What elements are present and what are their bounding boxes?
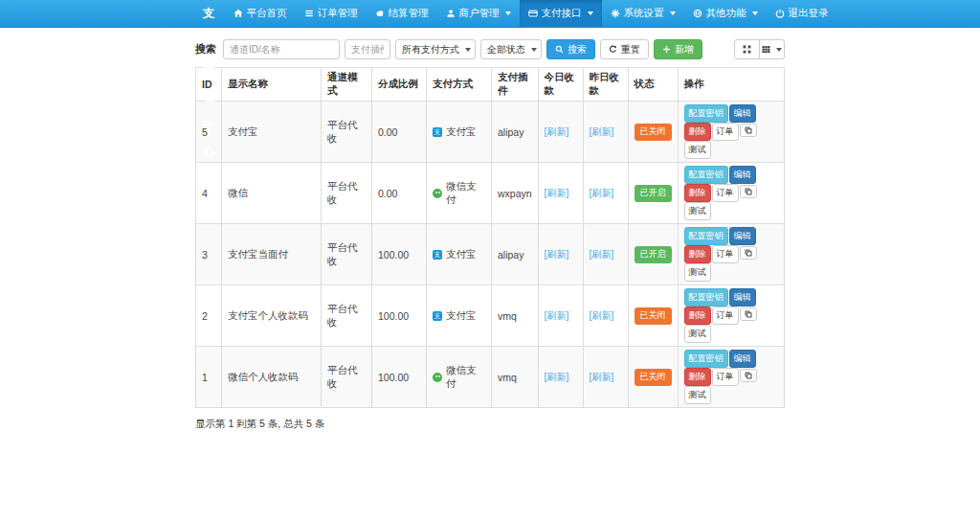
copy-icon [745,126,752,134]
table-row: 4 微信 平台代收 0.00 微信支付 wxpayn [刷新] [刷新] 已开启… [196,163,785,224]
copy-button[interactable] [740,307,757,321]
alipay-icon: 支 [433,250,442,260]
globe-icon [693,9,702,18]
nav-item-system-settings[interactable]: 系统设置 [602,0,684,27]
status-badge[interactable]: 已开启 [635,185,672,202]
yesterday-refresh-link[interactable]: [刷新] [590,310,614,321]
config-key-button[interactable]: 配置密钥 [684,350,728,368]
today-refresh-link[interactable]: [刷新] [545,372,569,382]
status-select[interactable]: 全部状态 [480,39,542,59]
status-badge[interactable]: 已关闭 [635,124,672,141]
delete-button[interactable]: 删除 [684,184,711,202]
col-header-name: 显示名称 [222,68,322,102]
yesterday-refresh-link[interactable]: [刷新] [590,126,614,137]
delete-button[interactable]: 删除 [684,368,711,386]
edit-button[interactable]: 编辑 [729,104,756,123]
refresh-icon [609,45,617,54]
nav-item-other-functions[interactable]: 其他功能 [684,0,767,27]
nav-item-platform-home[interactable]: 平台首页 [225,0,296,27]
alipay-icon: 支 [433,311,442,321]
pagination-summary: 显示第 1 到第 5 条, 总共 5 条 [195,418,785,431]
col-header-actions: 操作 [678,68,784,102]
delete-button[interactable]: 删除 [684,123,711,141]
config-key-button[interactable]: 配置密钥 [684,227,728,245]
copy-icon [745,188,752,195]
status-badge[interactable]: 已开启 [635,246,672,263]
copy-button[interactable] [740,185,757,198]
orders-button[interactable]: 订单 [712,368,739,386]
test-button[interactable]: 测试 [684,386,711,404]
edit-button[interactable]: 编辑 [729,166,756,184]
copy-icon [745,310,752,318]
plugin-search-input[interactable] [345,39,390,59]
nav-item-logout[interactable]: 退出登录 [767,0,837,27]
nav-item-order-management[interactable]: 订单管理 [296,0,367,27]
chevron-down-icon [588,11,593,15]
status-badge[interactable]: 已关闭 [635,369,672,386]
edit-button[interactable]: 编辑 [729,227,756,245]
payment-channels-table: ID 显示名称 通道模式 分成比例 支付方式 支付插件 今日收款 昨日收款 状态… [195,67,785,408]
channel-search-input[interactable] [223,39,340,59]
chevron-down-icon [670,11,676,15]
config-key-button[interactable]: 配置密钥 [684,288,728,306]
copy-icon [745,372,752,379]
config-key-button[interactable]: 配置密钥 [684,166,728,184]
col-header-today: 今日收款 [538,68,583,102]
yesterday-refresh-link[interactable]: [刷新] [590,188,614,198]
table-row: 1 微信个人收款码 平台代收 100.00 微信支付 vmq [刷新] [刷新]… [196,347,785,408]
today-refresh-link[interactable]: [刷新] [545,126,569,137]
delete-button[interactable]: 删除 [684,245,711,263]
test-button[interactable]: 测试 [684,141,711,159]
chevron-down-icon [752,11,758,15]
reset-button[interactable]: 重置 [600,39,649,59]
gear-icon [611,9,620,18]
pay-method-select[interactable]: 所有支付方式 [395,39,476,59]
table-tools [734,39,785,59]
edit-button[interactable]: 编辑 [729,288,756,306]
orders-button[interactable]: 订单 [712,123,739,141]
fullscreen-button[interactable] [734,39,760,59]
search-label: 搜索 [195,42,216,57]
table-header-row: ID 显示名称 通道模式 分成比例 支付方式 支付插件 今日收款 昨日收款 状态… [196,68,785,102]
copy-button[interactable] [740,124,757,137]
copy-button[interactable] [740,246,757,260]
search-icon [555,45,564,54]
wechat-pay-icon [433,189,442,198]
fullscreen-icon [743,45,751,54]
orders-button[interactable]: 订单 [712,306,739,325]
app-title[interactable]: 支付管理中心 [193,0,225,27]
yesterday-refresh-link[interactable]: [刷新] [590,249,614,260]
yesterday-refresh-link[interactable]: [刷新] [590,372,614,382]
status-badge[interactable]: 已关闭 [635,307,672,325]
col-header-status: 状态 [628,68,678,102]
col-header-plugin: 支付插件 [492,68,539,102]
alipay-icon: 支 [433,127,442,137]
orders-button[interactable]: 订单 [712,184,739,202]
copy-button[interactable] [740,369,757,382]
columns-toggle-button[interactable] [759,39,785,59]
copy-icon [745,249,752,257]
test-button[interactable]: 测试 [684,325,711,343]
today-refresh-link[interactable]: [刷新] [545,310,569,321]
cloud-icon [375,9,385,18]
col-header-mode: 通道模式 [322,68,372,102]
nav-item-merchant-management[interactable]: 商户管理 [437,0,520,27]
nav-item-settlement-management[interactable]: 结算管理 [367,0,437,27]
power-icon [775,9,785,18]
test-button[interactable]: 测试 [684,263,711,282]
search-toolbar: 搜索 所有支付方式 全部状态 搜索 重置 新增 [195,39,785,59]
credit-card-icon [528,9,538,18]
add-button[interactable]: 新增 [654,39,702,59]
delete-button[interactable]: 删除 [684,306,711,325]
plus-icon [662,45,671,54]
table-row: 3 支付宝当面付 平台代收 100.00 支支付宝 alipay [刷新] [刷… [196,224,785,285]
col-header-ratio: 分成比例 [372,68,427,102]
today-refresh-link[interactable]: [刷新] [545,249,569,260]
edit-button[interactable]: 编辑 [729,350,756,368]
nav-item-payment-interface[interactable]: 支付接口 [520,0,602,27]
today-refresh-link[interactable]: [刷新] [545,188,569,198]
config-key-button[interactable]: 配置密钥 [684,104,728,123]
orders-button[interactable]: 订单 [712,245,739,263]
test-button[interactable]: 测试 [684,202,711,220]
search-button[interactable]: 搜索 [546,39,595,59]
